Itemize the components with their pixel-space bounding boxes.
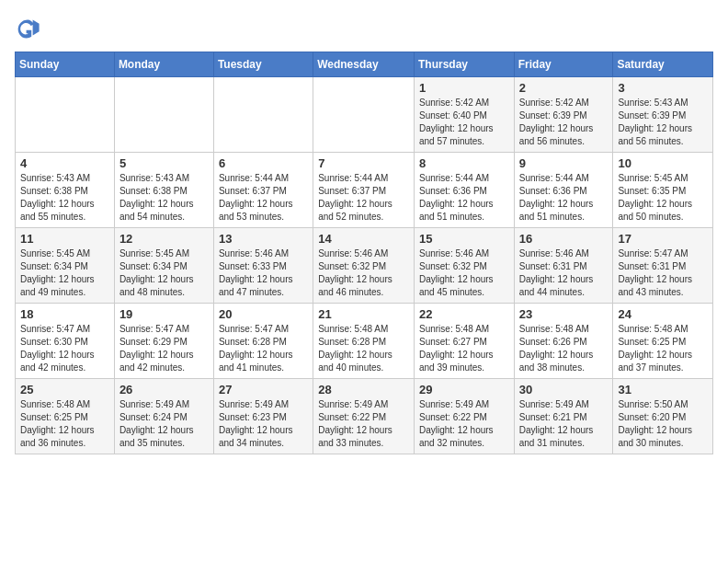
day-detail: Sunrise: 5:48 AM Sunset: 6:26 PM Dayligh… xyxy=(519,323,609,374)
calendar-cell: 3Sunrise: 5:43 AM Sunset: 6:39 PM Daylig… xyxy=(613,77,713,153)
day-number: 11 xyxy=(20,232,109,246)
day-number: 27 xyxy=(219,383,308,396)
day-detail: Sunrise: 5:44 AM Sunset: 6:37 PM Dayligh… xyxy=(318,172,409,224)
day-number: 28 xyxy=(318,383,409,396)
day-detail: Sunrise: 5:48 AM Sunset: 6:25 PM Dayligh… xyxy=(20,398,109,450)
day-number: 12 xyxy=(119,232,209,246)
day-detail: Sunrise: 5:48 AM Sunset: 6:28 PM Dayligh… xyxy=(318,323,409,374)
logo-icon xyxy=(15,15,40,40)
calendar-cell: 23Sunrise: 5:48 AM Sunset: 6:26 PM Dayli… xyxy=(514,304,613,379)
svg-marker-0 xyxy=(33,20,40,36)
day-number: 22 xyxy=(419,307,509,321)
day-number: 5 xyxy=(119,156,209,170)
day-number: 26 xyxy=(119,383,209,396)
day-number: 23 xyxy=(519,307,609,321)
day-detail: Sunrise: 5:46 AM Sunset: 6:33 PM Dayligh… xyxy=(219,247,308,299)
calendar-cell: 12Sunrise: 5:45 AM Sunset: 6:34 PM Dayli… xyxy=(114,228,213,304)
weekday-header-saturday: Saturday xyxy=(613,52,713,77)
day-number: 2 xyxy=(519,81,609,95)
weekday-header-sunday: Sunday xyxy=(16,52,115,77)
calendar-cell: 2Sunrise: 5:42 AM Sunset: 6:39 PM Daylig… xyxy=(514,77,613,153)
day-number: 8 xyxy=(419,156,509,170)
calendar-cell xyxy=(16,77,115,153)
day-detail: Sunrise: 5:49 AM Sunset: 6:22 PM Dayligh… xyxy=(318,398,409,450)
calendar-week-5: 25Sunrise: 5:48 AM Sunset: 6:25 PM Dayli… xyxy=(16,379,713,454)
calendar-cell: 19Sunrise: 5:47 AM Sunset: 6:29 PM Dayli… xyxy=(114,304,213,379)
day-detail: Sunrise: 5:43 AM Sunset: 6:39 PM Dayligh… xyxy=(618,97,708,148)
weekday-header-row: SundayMondayTuesdayWednesdayThursdayFrid… xyxy=(16,52,713,77)
calendar-cell: 21Sunrise: 5:48 AM Sunset: 6:28 PM Dayli… xyxy=(313,304,415,379)
day-detail: Sunrise: 5:49 AM Sunset: 6:23 PM Dayligh… xyxy=(219,398,308,450)
day-detail: Sunrise: 5:48 AM Sunset: 6:27 PM Dayligh… xyxy=(419,323,509,374)
day-detail: Sunrise: 5:46 AM Sunset: 6:32 PM Dayligh… xyxy=(318,247,409,299)
day-detail: Sunrise: 5:46 AM Sunset: 6:31 PM Dayligh… xyxy=(519,247,609,299)
day-detail: Sunrise: 5:45 AM Sunset: 6:35 PM Dayligh… xyxy=(618,172,708,224)
day-number: 30 xyxy=(519,383,609,396)
day-detail: Sunrise: 5:47 AM Sunset: 6:28 PM Dayligh… xyxy=(219,323,308,374)
day-number: 17 xyxy=(618,232,708,246)
day-detail: Sunrise: 5:42 AM Sunset: 6:40 PM Dayligh… xyxy=(419,97,509,148)
calendar-cell: 24Sunrise: 5:48 AM Sunset: 6:25 PM Dayli… xyxy=(613,304,713,379)
day-detail: Sunrise: 5:48 AM Sunset: 6:25 PM Dayligh… xyxy=(618,323,708,374)
calendar-cell: 26Sunrise: 5:49 AM Sunset: 6:24 PM Dayli… xyxy=(114,379,213,454)
calendar-cell: 10Sunrise: 5:45 AM Sunset: 6:35 PM Dayli… xyxy=(613,153,713,228)
calendar-cell: 15Sunrise: 5:46 AM Sunset: 6:32 PM Dayli… xyxy=(414,228,514,304)
calendar-cell: 18Sunrise: 5:47 AM Sunset: 6:30 PM Dayli… xyxy=(16,304,115,379)
calendar-cell: 1Sunrise: 5:42 AM Sunset: 6:40 PM Daylig… xyxy=(414,77,514,153)
day-detail: Sunrise: 5:47 AM Sunset: 6:31 PM Dayligh… xyxy=(618,247,708,299)
day-detail: Sunrise: 5:42 AM Sunset: 6:39 PM Dayligh… xyxy=(519,97,609,148)
calendar-cell xyxy=(114,77,213,153)
day-detail: Sunrise: 5:44 AM Sunset: 6:36 PM Dayligh… xyxy=(519,172,609,224)
day-detail: Sunrise: 5:43 AM Sunset: 6:38 PM Dayligh… xyxy=(20,172,109,224)
day-number: 21 xyxy=(318,307,409,321)
calendar-cell: 31Sunrise: 5:50 AM Sunset: 6:20 PM Dayli… xyxy=(613,379,713,454)
calendar-cell: 13Sunrise: 5:46 AM Sunset: 6:33 PM Dayli… xyxy=(213,228,313,304)
day-number: 3 xyxy=(618,81,708,95)
calendar-cell: 25Sunrise: 5:48 AM Sunset: 6:25 PM Dayli… xyxy=(16,379,115,454)
day-number: 18 xyxy=(20,307,109,321)
day-number: 31 xyxy=(618,383,708,396)
logo xyxy=(15,15,44,40)
day-number: 1 xyxy=(419,81,509,95)
day-detail: Sunrise: 5:47 AM Sunset: 6:30 PM Dayligh… xyxy=(20,323,109,374)
calendar-cell: 7Sunrise: 5:44 AM Sunset: 6:37 PM Daylig… xyxy=(313,153,415,228)
calendar-cell: 29Sunrise: 5:49 AM Sunset: 6:22 PM Dayli… xyxy=(414,379,514,454)
day-detail: Sunrise: 5:49 AM Sunset: 6:22 PM Dayligh… xyxy=(419,398,509,450)
day-number: 6 xyxy=(219,156,308,170)
calendar-cell: 14Sunrise: 5:46 AM Sunset: 6:32 PM Dayli… xyxy=(313,228,415,304)
header xyxy=(15,15,713,40)
day-number: 29 xyxy=(419,383,509,396)
calendar-cell: 20Sunrise: 5:47 AM Sunset: 6:28 PM Dayli… xyxy=(213,304,313,379)
calendar-cell: 5Sunrise: 5:43 AM Sunset: 6:38 PM Daylig… xyxy=(114,153,213,228)
day-number: 7 xyxy=(318,156,409,170)
day-number: 15 xyxy=(419,232,509,246)
calendar-cell: 28Sunrise: 5:49 AM Sunset: 6:22 PM Dayli… xyxy=(313,379,415,454)
weekday-header-monday: Monday xyxy=(114,52,213,77)
day-number: 24 xyxy=(618,307,708,321)
day-number: 9 xyxy=(519,156,609,170)
weekday-header-tuesday: Tuesday xyxy=(213,52,313,77)
calendar-cell: 16Sunrise: 5:46 AM Sunset: 6:31 PM Dayli… xyxy=(514,228,613,304)
day-detail: Sunrise: 5:45 AM Sunset: 6:34 PM Dayligh… xyxy=(20,247,109,299)
calendar-week-1: 1Sunrise: 5:42 AM Sunset: 6:40 PM Daylig… xyxy=(16,77,713,153)
day-number: 13 xyxy=(219,232,308,246)
weekday-header-wednesday: Wednesday xyxy=(313,52,415,77)
calendar-week-2: 4Sunrise: 5:43 AM Sunset: 6:38 PM Daylig… xyxy=(16,153,713,228)
calendar-cell: 8Sunrise: 5:44 AM Sunset: 6:36 PM Daylig… xyxy=(414,153,514,228)
calendar-week-3: 11Sunrise: 5:45 AM Sunset: 6:34 PM Dayli… xyxy=(16,228,713,304)
calendar-cell: 27Sunrise: 5:49 AM Sunset: 6:23 PM Dayli… xyxy=(213,379,313,454)
calendar: SundayMondayTuesdayWednesdayThursdayFrid… xyxy=(15,52,713,454)
day-detail: Sunrise: 5:47 AM Sunset: 6:29 PM Dayligh… xyxy=(119,323,209,374)
day-number: 4 xyxy=(20,156,109,170)
day-number: 25 xyxy=(20,383,109,396)
day-detail: Sunrise: 5:44 AM Sunset: 6:37 PM Dayligh… xyxy=(219,172,308,224)
day-detail: Sunrise: 5:49 AM Sunset: 6:24 PM Dayligh… xyxy=(119,398,209,450)
day-detail: Sunrise: 5:44 AM Sunset: 6:36 PM Dayligh… xyxy=(419,172,509,224)
weekday-header-friday: Friday xyxy=(514,52,613,77)
day-detail: Sunrise: 5:45 AM Sunset: 6:34 PM Dayligh… xyxy=(119,247,209,299)
day-number: 19 xyxy=(119,307,209,321)
day-number: 14 xyxy=(318,232,409,246)
day-number: 20 xyxy=(219,307,308,321)
calendar-cell: 6Sunrise: 5:44 AM Sunset: 6:37 PM Daylig… xyxy=(213,153,313,228)
day-detail: Sunrise: 5:49 AM Sunset: 6:21 PM Dayligh… xyxy=(519,398,609,450)
